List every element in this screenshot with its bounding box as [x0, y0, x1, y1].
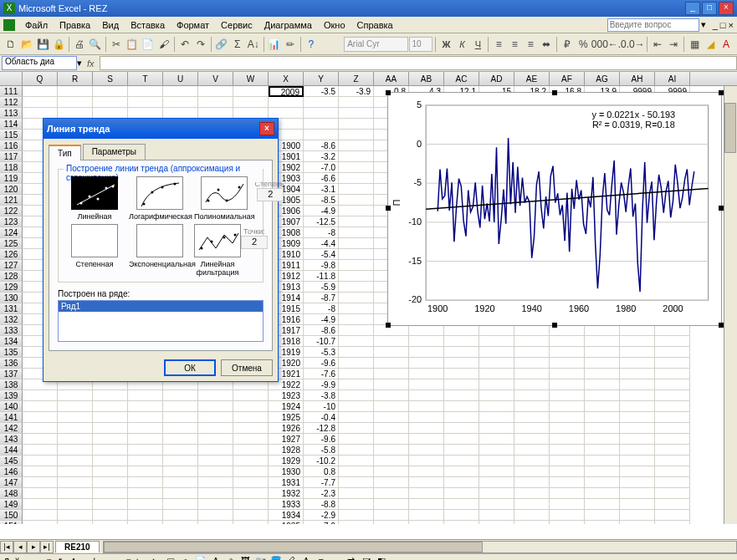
cell[interactable]	[23, 488, 58, 499]
format-painter-icon[interactable]: 🖌	[156, 36, 171, 53]
doc-close-button[interactable]: _ □ ×	[713, 20, 734, 30]
cell[interactable]	[198, 488, 233, 499]
sort-icon[interactable]: A↓	[246, 36, 261, 53]
border-icon[interactable]: ▦	[687, 36, 702, 53]
cell[interactable]	[514, 379, 550, 390]
worksheet-grid[interactable]: QRSTUVWXYZAAABACADAEAFAGAHAI 1112009-3.5…	[0, 72, 737, 539]
cell[interactable]	[479, 423, 514, 434]
cell[interactable]	[550, 499, 585, 510]
arrow-icon[interactable]: ↘	[150, 556, 161, 561]
cell[interactable]	[585, 401, 620, 412]
row-header[interactable]: 120	[0, 184, 23, 195]
cell[interactable]	[409, 510, 444, 521]
cell[interactable]	[58, 390, 93, 401]
row-header[interactable]: 115	[0, 130, 23, 140]
cell[interactable]	[655, 434, 690, 445]
maximize-button[interactable]: □	[702, 2, 717, 15]
cell[interactable]	[339, 423, 374, 434]
help-icon[interactable]: ?	[304, 36, 319, 53]
cell[interactable]: -3.9	[339, 86, 374, 97]
cell[interactable]	[444, 521, 479, 524]
cell[interactable]: -8.7	[304, 293, 339, 303]
cell[interactable]	[233, 499, 269, 510]
tab-params[interactable]: Параметры	[83, 144, 146, 160]
cell[interactable]: 2009	[269, 86, 304, 97]
cell[interactable]	[409, 488, 444, 499]
cell[interactable]: -5.4	[304, 249, 339, 260]
textbox-icon[interactable]: 📄	[195, 556, 207, 561]
menu-window[interactable]: Окно	[319, 18, 351, 32]
cell[interactable]	[514, 456, 550, 466]
points-spinner[interactable]: 2	[241, 236, 268, 249]
cell[interactable]	[339, 401, 374, 412]
cell[interactable]	[479, 390, 514, 401]
cell[interactable]	[93, 510, 128, 521]
cell[interactable]	[409, 390, 444, 401]
cell[interactable]: -8.8	[304, 499, 339, 510]
cell[interactable]	[585, 336, 620, 347]
cell[interactable]: -3.2	[304, 151, 339, 162]
cell[interactable]	[374, 336, 409, 347]
cell[interactable]	[479, 521, 514, 524]
cell[interactable]	[620, 477, 655, 488]
cell[interactable]	[93, 97, 128, 108]
cell[interactable]	[23, 434, 58, 445]
cell[interactable]	[198, 499, 233, 510]
rect-icon[interactable]: ▢	[165, 556, 177, 561]
cell[interactable]	[58, 401, 93, 412]
cell[interactable]: -12.5	[304, 216, 339, 227]
cell[interactable]: 1928	[269, 445, 304, 456]
drawing-icon[interactable]: ✏	[283, 36, 298, 53]
cell[interactable]	[93, 521, 128, 524]
row-header[interactable]: 113	[0, 108, 23, 119]
cell[interactable]	[198, 423, 233, 434]
cell[interactable]: 1935	[269, 521, 304, 524]
cell[interactable]	[655, 488, 690, 499]
col-header[interactable]: AF	[550, 72, 585, 85]
formula-input[interactable]	[100, 56, 737, 70]
col-header[interactable]: AC	[444, 72, 479, 85]
row-header[interactable]: 144	[0, 445, 23, 456]
cell[interactable]	[409, 401, 444, 412]
cell[interactable]	[409, 336, 444, 347]
cell[interactable]: 1931	[269, 477, 304, 488]
cell[interactable]	[409, 499, 444, 510]
col-header[interactable]: U	[163, 72, 198, 85]
trend-log[interactable]	[136, 176, 183, 210]
namebox-input[interactable]: Область диа	[2, 56, 77, 70]
cell[interactable]	[550, 445, 585, 456]
cell[interactable]	[163, 456, 198, 466]
undo-icon[interactable]: ↶	[177, 36, 192, 53]
cell[interactable]	[23, 423, 58, 434]
cell[interactable]	[409, 423, 444, 434]
dashstyle-icon[interactable]: ┄	[330, 556, 342, 561]
actions-menu[interactable]: Действия	[3, 557, 44, 561]
cell[interactable]	[620, 347, 655, 358]
horizontal-scrollbar[interactable]	[103, 541, 737, 553]
cell[interactable]: -4.9	[304, 206, 339, 216]
cell[interactable]	[374, 499, 409, 510]
cell[interactable]	[23, 510, 58, 521]
cell[interactable]	[620, 466, 655, 477]
cell[interactable]	[550, 423, 585, 434]
help-search-input[interactable]	[607, 18, 699, 32]
cell[interactable]	[444, 434, 479, 445]
cell[interactable]	[409, 434, 444, 445]
cell[interactable]	[550, 358, 585, 369]
cell[interactable]	[339, 488, 374, 499]
cell[interactable]	[550, 379, 585, 390]
hscroll-thumb[interactable]	[104, 542, 484, 552]
cell[interactable]	[198, 521, 233, 524]
cell[interactable]	[163, 445, 198, 456]
cell[interactable]	[655, 477, 690, 488]
cell[interactable]	[339, 119, 374, 130]
cell[interactable]	[339, 97, 374, 108]
decimal-dec-icon[interactable]: .0→	[627, 36, 644, 53]
sheet-nav-first[interactable]: |◂	[0, 541, 13, 553]
cell[interactable]	[58, 412, 93, 423]
cell[interactable]	[269, 97, 304, 108]
close-button[interactable]: ×	[719, 2, 734, 15]
cell[interactable]	[479, 466, 514, 477]
tab-type[interactable]: Тип	[49, 145, 81, 160]
cell[interactable]	[479, 456, 514, 466]
